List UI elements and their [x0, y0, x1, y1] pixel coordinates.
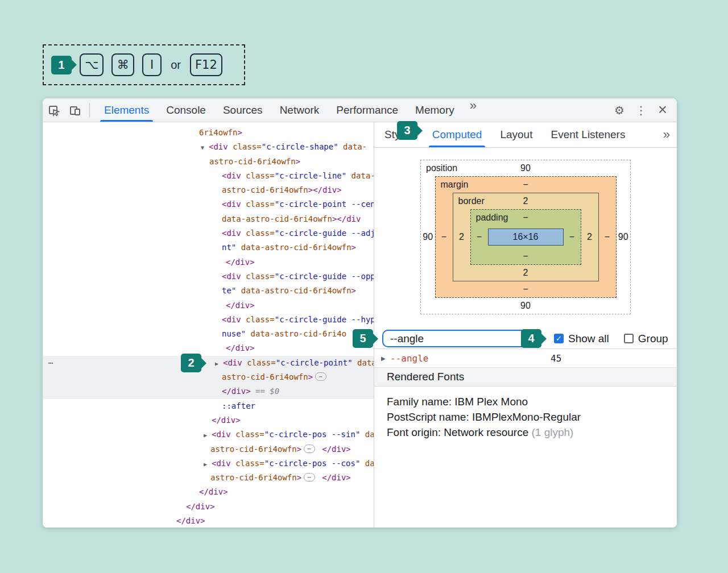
settings-button[interactable]: ⚙	[609, 99, 630, 122]
code-segment: data-astro-cid-6ri4owfn	[222, 214, 332, 223]
show-all-label[interactable]: Show all	[568, 333, 609, 345]
code-segment: ></div	[332, 214, 361, 223]
border-top-value[interactable]: 2	[523, 196, 528, 206]
dom-tree-line[interactable]: </div>	[43, 298, 374, 313]
expand-ellipsis-icon[interactable]: ⋯	[304, 445, 315, 453]
code-segment: <div	[212, 459, 231, 468]
code-segment: <div	[222, 272, 241, 281]
close-devtools-button[interactable]: ×	[652, 99, 673, 122]
dom-tree-line[interactable]: <div class="c-circle-point --cente	[43, 197, 374, 211]
box-model-content[interactable]: 16×16	[488, 229, 564, 246]
box-model-diagram: position 90 90 margin − −	[374, 160, 677, 314]
code-segment: "c-circle-guide --opposi	[275, 272, 374, 281]
tab-console[interactable]: Console	[158, 98, 214, 122]
dom-tree-line[interactable]: </div>	[43, 514, 374, 528]
code-segment: </div>	[317, 473, 351, 482]
position-left-value[interactable]: 90	[421, 176, 435, 298]
margin-bottom-value[interactable]: −	[523, 284, 528, 294]
dom-tree-line-selected[interactable]: </div> == $0	[43, 384, 374, 398]
code-segment: data-	[338, 142, 367, 151]
property-disclosure-icon[interactable]: ▶	[381, 355, 390, 362]
device-toolbar-button[interactable]	[64, 99, 86, 122]
dom-tree-line[interactable]: </div>	[43, 485, 374, 499]
property-value: 45	[551, 353, 561, 364]
padding-right-value[interactable]: −	[564, 226, 581, 248]
show-all-checkbox[interactable]: ✓	[554, 334, 564, 343]
code-segment: </div>	[317, 445, 351, 454]
dom-tree-line[interactable]: astro-cid-6ri4owfn>⋯ </div>	[43, 471, 374, 485]
margin-left-value[interactable]: −	[436, 193, 453, 281]
tab-performance[interactable]: Performance	[328, 98, 407, 122]
group-checkbox[interactable]	[624, 334, 634, 343]
tutorial-canvas: 1 ⌥ ⌘ I or F12 Elements Co	[0, 0, 728, 573]
inspect-element-button[interactable]	[43, 99, 64, 122]
tab-layout[interactable]: Layout	[491, 122, 541, 147]
position-right-value[interactable]: 90	[617, 176, 631, 298]
position-top-value[interactable]: 90	[520, 163, 531, 173]
tab-event-listeners[interactable]: Event Listeners	[541, 122, 634, 147]
box-model-padding: padding − − 16×16 −	[470, 209, 581, 265]
dom-tree-line[interactable]: </div>	[43, 500, 374, 514]
dom-tree-line[interactable]: ▼<div class="c-circle-shape" data-	[43, 140, 374, 154]
dom-tree-line[interactable]: <div class="c-circle-guide --opposi	[43, 269, 374, 284]
dom-tree-line[interactable]: <div class="c-circle-line" data-	[43, 169, 374, 183]
tab-network[interactable]: Network	[271, 98, 328, 122]
position-bottom-value[interactable]: 90	[520, 301, 531, 311]
node-actions-ellipsis-icon[interactable]: ⋯	[48, 356, 53, 370]
code-segment: astro-cid-6ri4owfn	[210, 473, 297, 482]
more-tabs-icon[interactable]: »	[463, 98, 483, 122]
font-family-line: Family name: IBM Plex Mono	[387, 394, 677, 409]
font-glyph-count: (1 glyph)	[532, 426, 574, 438]
margin-right-value[interactable]: −	[599, 193, 616, 281]
dom-tree-line[interactable]: </div>	[43, 255, 374, 269]
padding-top-value[interactable]: −	[523, 213, 528, 223]
expand-ellipsis-icon[interactable]: ⋯	[304, 473, 315, 481]
dom-tree-line[interactable]: nuse" data-astro-cid-6ri4o	[43, 327, 374, 341]
tab-elements[interactable]: Elements	[96, 98, 158, 122]
customize-menu-button[interactable]: ⋮	[630, 99, 652, 122]
padding-left-value[interactable]: −	[471, 226, 488, 248]
dom-tree-line[interactable]: <div class="c-circle-guide --adjace	[43, 226, 374, 240]
dom-tree-line[interactable]: nt" data-astro-cid-6ri4owfn>	[43, 240, 374, 255]
tab-sources[interactable]: Sources	[214, 98, 271, 122]
code-segment: ==	[251, 387, 270, 396]
dom-tree-line[interactable]: astro-cid-6ri4owfn></div>	[43, 183, 374, 197]
or-text: or	[171, 59, 181, 72]
dom-tree-line[interactable]: astro-cid-6ri4owfn>⋯ </div>	[43, 442, 374, 456]
dom-tree-line[interactable]: astro-cid-6ri4owfn>	[43, 155, 374, 169]
dom-tree-line[interactable]: 6ri4owfn>	[43, 126, 374, 140]
dom-tree-line[interactable]: </div>	[43, 413, 374, 427]
dom-tree-line[interactable]: ::after	[43, 399, 374, 413]
sidebar-more-tabs-icon[interactable]: »	[656, 127, 677, 142]
border-left-value[interactable]: 2	[453, 209, 470, 265]
code-segment: class=	[241, 200, 275, 209]
code-segment: ::after	[222, 401, 255, 410]
margin-top-value[interactable]: −	[523, 180, 528, 190]
tab-memory[interactable]: Memory	[407, 98, 463, 122]
disclosure-arrow-icon: ▼	[201, 140, 209, 154]
code-segment: nuse"	[222, 329, 246, 338]
border-right-value[interactable]: 2	[581, 209, 598, 265]
devtools-tab-bar: Elements Console Sources Network Perform…	[96, 98, 483, 122]
group-label[interactable]: Group	[638, 333, 668, 345]
expand-ellipsis-icon[interactable]: ⋯	[315, 372, 326, 381]
code-segment: <div	[209, 142, 228, 151]
close-icon: ×	[658, 102, 667, 118]
dom-tree-line[interactable]: data-astro-cid-6ri4owfn></div	[43, 212, 374, 226]
code-segment: ></div>	[308, 185, 342, 194]
code-segment: "c-circle-line"	[275, 171, 346, 180]
dom-tree-line[interactable]: ▶<div class="c-circle-pos --cos" data-	[43, 456, 374, 471]
dom-tree-line[interactable]: <div class="c-circle-guide --hypote	[43, 313, 374, 327]
dom-tree-line-selected[interactable]: astro-cid-6ri4owfn>⋯	[43, 370, 374, 384]
dom-tree-line[interactable]: </div>	[43, 341, 374, 355]
step-badge-1: 1	[51, 56, 72, 74]
filter-input[interactable]	[382, 330, 540, 347]
code-segment: <div	[223, 358, 242, 367]
dom-tree-line-selected[interactable]: ⋯▶<div class="c-circle-point" data-	[43, 356, 374, 370]
code-segment: class=	[241, 272, 275, 281]
dom-tree-line[interactable]: te" data-astro-cid-6ri4owfn>	[43, 284, 374, 298]
dom-tree-line[interactable]: ▶<div class="c-circle-pos --sin" data-	[43, 427, 374, 442]
tab-computed[interactable]: Computed	[423, 122, 491, 147]
padding-bottom-value[interactable]: −	[523, 251, 528, 261]
border-bottom-value[interactable]: 2	[523, 268, 528, 278]
